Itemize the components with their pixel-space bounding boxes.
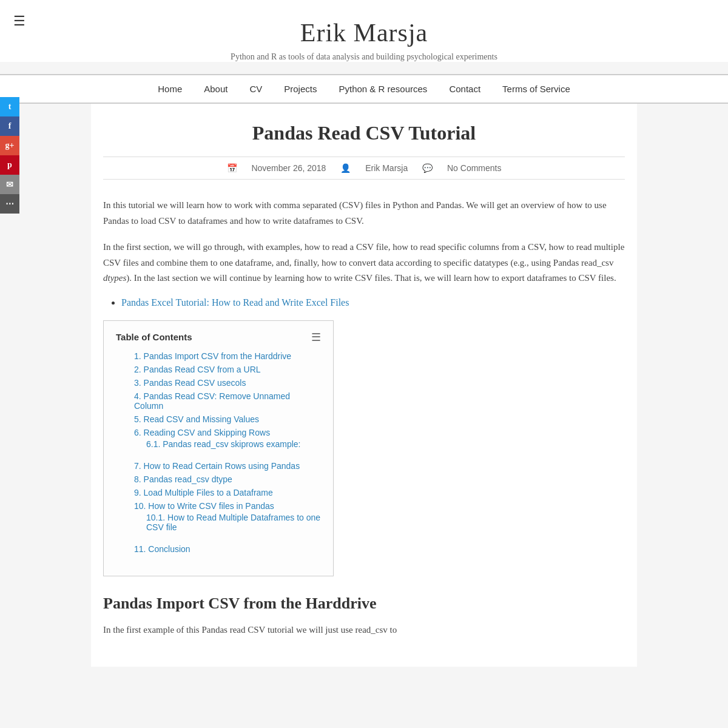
toc-sublist-10: 10.1. How to Read Multiple Dataframes to… [146,513,321,532]
twitter-share-button[interactable]: t [0,97,19,116]
article-title: Pandas Read CSV Tutorial [103,122,625,144]
google-icon: g+ [5,141,15,150]
toc-item-11: 11. Conclusion [134,544,321,554]
section-1-heading: Pandas Import CSV from the Harddrive [103,595,625,613]
nav-link-home[interactable]: Home [147,75,193,103]
toc-link-7[interactable]: 7. How to Read Certain Rows using Pandas [134,461,300,471]
article-body: In this tutorial we will learn how to wo… [103,198,625,638]
toc-item-8: 8. Pandas read_csv dtype [134,474,321,484]
toc-link-4[interactable]: 4. Pandas Read CSV: Remove Unnamed Colum… [134,391,290,411]
toc-link-6-1[interactable]: 6.1. Pandas read_csv skiprows example: [146,439,300,449]
toc-item-6: 6. Reading CSV and Skipping Rows 6.1. Pa… [134,428,321,449]
article-author-icon: 👤 [340,163,351,173]
google-share-button[interactable]: g+ [0,136,19,155]
toc-title: Table of Contents [116,332,192,342]
toc-item-4: 4. Pandas Read CSV: Remove Unnamed Colum… [134,391,321,411]
site-title[interactable]: Erik Marsja [12,18,716,47]
toc-item-10-1: 10.1. How to Read Multiple Dataframes to… [146,513,321,532]
toc-item-6-1: 6.1. Pandas read_csv skiprows example: [146,439,321,449]
article: Pandas Read CSV Tutorial 📅 November 26, … [103,122,625,638]
article-comments[interactable]: No Comments [447,163,501,173]
toc-item-5: 5. Read CSV and Missing Values [134,414,321,424]
toc-link-9[interactable]: 9. Load Multiple Files to a Dataframe [134,488,273,497]
nav-item-tos: Terms of Service [491,75,581,103]
toc-link-5[interactable]: 5. Read CSV and Missing Values [134,414,259,424]
nav-link-tos[interactable]: Terms of Service [491,75,581,103]
related-links-list: Pandas Excel Tutorial: How to Read and W… [121,297,625,308]
toc-link-11[interactable]: 11. Conclusion [134,544,190,554]
toc-item-2: 2. Pandas Read CSV from a URL [134,365,321,374]
intro-paragraph-2: In the first section, we will go through… [103,240,625,286]
nav-item-projects: Projects [273,75,328,103]
social-sidebar: t f g+ p ✉ ⋯ [0,97,19,214]
menu-icon[interactable]: ☰ [13,13,25,29]
intro2-italic: dtypes [103,273,126,283]
facebook-share-button[interactable]: f [0,116,19,136]
intro-paragraph-1: In this tutorial we will learn how to wo… [103,198,625,229]
main-nav: Home About CV Projects Python & R resour… [0,74,728,104]
toc-item-1: 1. Pandas Import CSV from the Harddrive [134,351,321,361]
toc-item-3: 3. Pandas Read CSV usecols [134,378,321,388]
toc-container: Table of Contents ☰ 1. Pandas Import CSV… [103,320,334,576]
toc-item-10: 10. How to Write CSV files in Pandas 10.… [134,501,321,532]
toc-item-9: 9. Load Multiple Files to a Dataframe [134,488,321,497]
main-content: Pandas Read CSV Tutorial 📅 November 26, … [91,104,637,667]
nav-item-home: Home [147,75,193,103]
more-icon: ⋯ [5,199,14,209]
article-meta: 📅 November 26, 2018 👤 Erik Marsja 💬 No C… [103,157,625,180]
email-icon: ✉ [6,180,13,190]
nav-item-contact: Contact [438,75,491,103]
toc-toggle-button[interactable]: ☰ [311,331,321,344]
intro2-before: In the first section, we will go through… [103,242,624,268]
nav-link-contact[interactable]: Contact [438,75,491,103]
article-date-icon: 📅 [227,163,237,173]
toc-link-8[interactable]: 8. Pandas read_csv dtype [134,474,232,484]
pinterest-icon: p [7,160,12,170]
toc-list: 1. Pandas Import CSV from the Harddrive … [134,351,321,554]
pinterest-share-button[interactable]: p [0,155,19,175]
toc-sublist-6: 6.1. Pandas read_csv skiprows example: [146,439,321,449]
facebook-icon: f [8,121,12,131]
email-share-button[interactable]: ✉ [0,175,19,194]
toc-header: Table of Contents ☰ [116,331,321,344]
nav-item-resources: Python & R resources [328,75,438,103]
nav-item-cv: CV [238,75,273,103]
toc-link-10[interactable]: 10. How to Write CSV files in Pandas [134,501,274,511]
nav-link-projects[interactable]: Projects [273,75,328,103]
nav-link-about[interactable]: About [193,75,238,103]
toc-link-1[interactable]: 1. Pandas Import CSV from the Harddrive [134,351,291,361]
related-link-excel[interactable]: Pandas Excel Tutorial: How to Read and W… [121,297,349,308]
article-date: November 26, 2018 [251,163,326,173]
site-header: Erik Marsja Python and R as tools of dat… [0,0,728,62]
site-subtitle: Python and R as tools of data analysis a… [12,52,716,62]
toc-link-10-1[interactable]: 10.1. How to Read Multiple Dataframes to… [146,513,320,532]
page-wrapper: ☰ t f g+ p ✉ ⋯ Erik Marsja Python and R … [0,0,728,728]
article-author[interactable]: Erik Marsja [365,163,408,173]
toc-link-3[interactable]: 3. Pandas Read CSV usecols [134,378,246,388]
twitter-icon: t [8,102,12,112]
more-share-button[interactable]: ⋯ [0,194,19,214]
toc-link-2[interactable]: 2. Pandas Read CSV from a URL [134,365,261,374]
article-comments-icon: 💬 [422,163,433,173]
section-1-body: In the first example of this Pandas read… [103,622,625,638]
toc-link-6[interactable]: 6. Reading CSV and Skipping Rows [134,428,270,437]
nav-item-about: About [193,75,238,103]
intro2-after: ). In the last section we will continue … [126,273,616,283]
toc-item-7: 7. How to Read Certain Rows using Pandas [134,461,321,471]
nav-list: Home About CV Projects Python & R resour… [91,75,637,103]
related-link-item: Pandas Excel Tutorial: How to Read and W… [121,297,625,308]
nav-link-cv[interactable]: CV [238,75,273,103]
nav-link-resources[interactable]: Python & R resources [328,75,438,103]
